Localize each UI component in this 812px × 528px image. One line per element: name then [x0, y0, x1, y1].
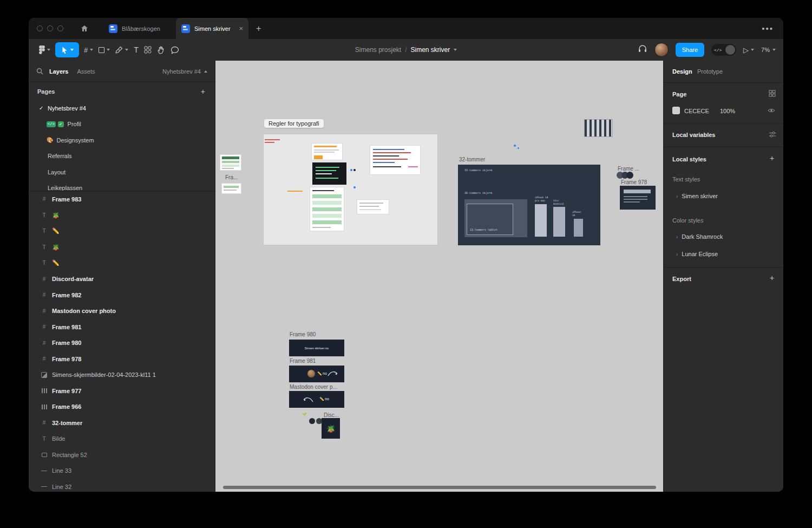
typography-section-frame[interactable]: [264, 134, 437, 245]
close-tab-icon[interactable]: ×: [239, 25, 243, 32]
main-menu-button[interactable]: [36, 42, 53, 57]
mini-mockup[interactable]: [370, 145, 421, 175]
color-style-row[interactable]: › Lunar Eclipse: [676, 251, 718, 257]
shape-tool-button[interactable]: [96, 42, 113, 57]
tab-layers[interactable]: Layers: [49, 68, 68, 75]
tab-simen-skriver[interactable]: Simen skriver ×: [176, 18, 248, 39]
frame-980[interactable]: Simen skriver.no: [289, 340, 344, 356]
move-tool-button[interactable]: [55, 42, 79, 57]
present-button[interactable]: ▷: [743, 46, 754, 54]
page-color-swatch[interactable]: [672, 107, 680, 114]
mastodon-cover-frame[interactable]: ✏️ no: [289, 391, 344, 408]
add-style-button[interactable]: +: [770, 154, 774, 162]
frame-label[interactable]: 32-tommer: [459, 157, 485, 162]
frame-tool-button[interactable]: #: [81, 42, 96, 57]
layer-row[interactable]: Line 32: [29, 479, 215, 492]
project-name[interactable]: Simens prosjekt: [355, 46, 401, 54]
pen-tool-button[interactable]: [113, 42, 131, 57]
layer-row[interactable]: Line 33: [29, 463, 215, 479]
mini-frame[interactable]: [221, 183, 241, 194]
page-color-value[interactable]: CECECE: [684, 108, 709, 114]
tab-design[interactable]: Design: [672, 68, 692, 75]
section-label[interactable]: Regler for typografi: [264, 119, 324, 128]
add-export-button[interactable]: +: [770, 273, 774, 282]
tab-assets[interactable]: Assets: [77, 68, 95, 75]
piano-thumbnail[interactable]: [584, 119, 613, 137]
frame-label[interactable]: Mastodon cover p...: [290, 384, 337, 390]
layer-row[interactable]: #Mastodon cover photo: [29, 303, 215, 320]
page-opacity-value[interactable]: 100%: [720, 108, 735, 114]
mini-frame[interactable]: [220, 154, 241, 171]
frame-32-tommer[interactable]: 32-tommers skjerm 16-tommers skjerm 11-t…: [458, 165, 600, 245]
text-tool-button[interactable]: T: [131, 42, 141, 57]
color-style-row[interactable]: › Dark Shamrock: [676, 233, 723, 240]
page-row-leikeplassen[interactable]: Leikeplassen: [29, 180, 215, 192]
frame-981[interactable]: ✏️ no: [289, 366, 344, 382]
zoom-window-button[interactable]: [57, 25, 63, 31]
layer-row[interactable]: T✏️: [29, 223, 215, 239]
add-page-button[interactable]: +: [201, 87, 205, 96]
layer-row[interactable]: Frame 977: [29, 383, 215, 399]
canvas[interactable]: Regler for typografi: [215, 61, 663, 492]
layer-row[interactable]: Rectangle 52: [29, 447, 215, 463]
frame-label[interactable]: Disc...: [324, 412, 339, 418]
minimize-window-button[interactable]: [47, 25, 53, 31]
horizontal-scrollbar[interactable]: [223, 486, 656, 489]
mini-mockup[interactable]: [312, 162, 346, 185]
zoom-menu[interactable]: 7%: [761, 47, 776, 53]
layer-row[interactable]: TBilde: [29, 431, 215, 447]
layer-row[interactable]: Simens-skjermbilder-02-04-2023-kl11 1: [29, 367, 215, 383]
chevron-down-icon[interactable]: [454, 49, 457, 51]
page-dropdown[interactable]: Nyhetsbrev #4: [162, 68, 207, 75]
mini-avatar[interactable]: [309, 418, 315, 424]
layer-row[interactable]: #Discord-avatar: [29, 271, 215, 288]
resources-button[interactable]: [141, 42, 154, 57]
discord-avatar-frame[interactable]: 🪴: [322, 418, 340, 439]
text-style-row[interactable]: › Simen skriver: [676, 193, 718, 199]
dev-mode-toggle[interactable]: </>: [711, 44, 736, 56]
mini-mockup[interactable]: [311, 143, 343, 160]
frame-label[interactable]: Fra...: [225, 174, 238, 180]
home-button[interactable]: [75, 21, 94, 36]
more-icon[interactable]: •••: [762, 18, 774, 39]
layer-row[interactable]: T🪴: [29, 207, 215, 224]
frame-label[interactable]: Frame ...: [618, 166, 639, 172]
mini-mockup[interactable]: [357, 199, 389, 214]
comment-tool-button[interactable]: [168, 42, 182, 57]
frame-label[interactable]: Frame 980: [290, 331, 316, 337]
device-bar[interactable]: [553, 207, 565, 237]
layer-row[interactable]: #Frame 980: [29, 335, 215, 351]
layer-row[interactable]: #32-tommer: [29, 415, 215, 431]
layer-row[interactable]: T✏️: [29, 255, 215, 271]
eye-icon[interactable]: [768, 108, 775, 113]
layer-row[interactable]: #Frame 978: [29, 351, 215, 367]
file-name[interactable]: Simen skriver: [411, 46, 450, 54]
frame-label[interactable]: Frame 978: [621, 179, 647, 185]
device-bar[interactable]: [574, 219, 583, 237]
page-row-referrals[interactable]: Referrals: [29, 148, 215, 165]
variables-icon[interactable]: [769, 131, 776, 138]
screen-rect-11[interactable]: 11-tommers tablet: [467, 204, 513, 235]
tab-prototype[interactable]: Prototype: [697, 68, 723, 75]
user-avatar[interactable]: [654, 43, 669, 57]
frame-978[interactable]: [620, 186, 656, 210]
layer-row[interactable]: Frame 966: [29, 399, 215, 415]
search-icon[interactable]: [36, 68, 43, 75]
audio-call-button[interactable]: [638, 44, 647, 55]
frame-label[interactable]: Frame 981: [290, 358, 316, 364]
hand-tool-button[interactable]: [154, 42, 168, 57]
layer-row[interactable]: #Frame 983: [29, 191, 215, 207]
page-options-icon[interactable]: [769, 90, 776, 97]
new-tab-button[interactable]: +: [256, 24, 261, 34]
screen-rect-16[interactable]: 11-tommers tablet: [464, 199, 527, 237]
thumbnail-circle[interactable]: [626, 172, 633, 179]
layer-row[interactable]: #Frame 981: [29, 319, 215, 335]
layer-row[interactable]: T🪴: [29, 239, 215, 256]
layer-row[interactable]: #Frame 982: [29, 287, 215, 303]
close-window-button[interactable]: [37, 25, 43, 31]
page-row-profil[interactable]: </> ✓ Profil: [29, 116, 215, 133]
page-row-layout[interactable]: Layout: [29, 164, 215, 180]
page-row-designsystem[interactable]: 🎨 Designsystem: [29, 132, 215, 148]
device-bar[interactable]: [535, 204, 547, 237]
page-row-nyhetsbrev[interactable]: ✓ Nyhetsbrev #4: [29, 100, 215, 116]
